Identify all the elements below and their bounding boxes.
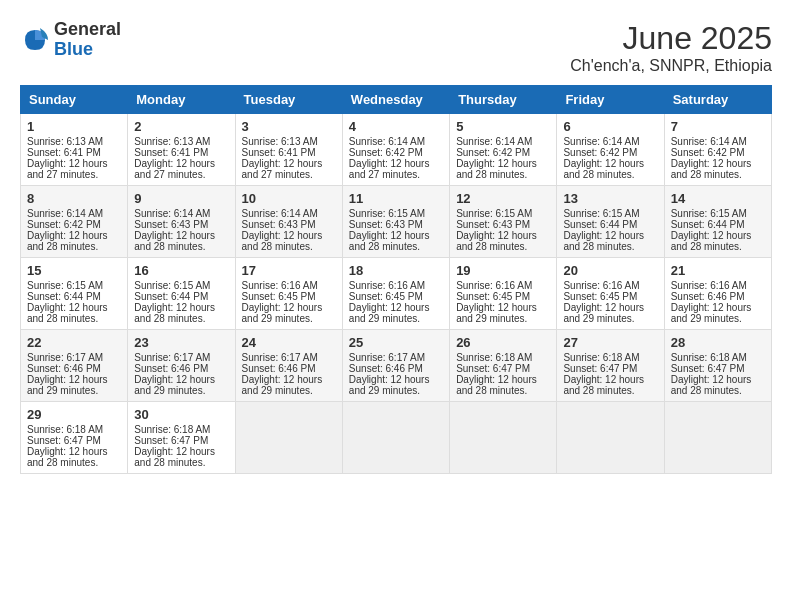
day-number: 9: [134, 191, 228, 206]
daylight-label: Daylight: 12 hours: [349, 374, 430, 385]
calendar-cell: 14 Sunrise: 6:15 AM Sunset: 6:44 PM Dayl…: [664, 186, 771, 258]
calendar-cell: [664, 402, 771, 474]
sunrise-label: Sunrise: 6:18 AM: [563, 352, 639, 363]
calendar-cell: 8 Sunrise: 6:14 AM Sunset: 6:42 PM Dayli…: [21, 186, 128, 258]
calendar-cell: 20 Sunrise: 6:16 AM Sunset: 6:45 PM Dayl…: [557, 258, 664, 330]
calendar-cell: 18 Sunrise: 6:16 AM Sunset: 6:45 PM Dayl…: [342, 258, 449, 330]
calendar-cell: 3 Sunrise: 6:13 AM Sunset: 6:41 PM Dayli…: [235, 114, 342, 186]
daylight-label: Daylight: 12 hours: [27, 374, 108, 385]
sunrise-label: Sunrise: 6:16 AM: [456, 280, 532, 291]
calendar-cell: 29 Sunrise: 6:18 AM Sunset: 6:47 PM Dayl…: [21, 402, 128, 474]
daylight-label: Daylight: 12 hours: [134, 302, 215, 313]
day-number: 1: [27, 119, 121, 134]
daylight-minutes: and 28 minutes.: [563, 241, 634, 252]
calendar-cell: 22 Sunrise: 6:17 AM Sunset: 6:46 PM Dayl…: [21, 330, 128, 402]
sunset-label: Sunset: 6:46 PM: [671, 291, 745, 302]
sunset-label: Sunset: 6:42 PM: [456, 147, 530, 158]
day-number: 12: [456, 191, 550, 206]
daylight-minutes: and 29 minutes.: [349, 313, 420, 324]
daylight-minutes: and 27 minutes.: [27, 169, 98, 180]
calendar-cell: 11 Sunrise: 6:15 AM Sunset: 6:43 PM Dayl…: [342, 186, 449, 258]
sunrise-label: Sunrise: 6:14 AM: [242, 208, 318, 219]
daylight-minutes: and 29 minutes.: [134, 385, 205, 396]
daylight-label: Daylight: 12 hours: [27, 158, 108, 169]
daylight-label: Daylight: 12 hours: [27, 230, 108, 241]
day-header-wednesday: Wednesday: [342, 86, 449, 114]
daylight-label: Daylight: 12 hours: [27, 446, 108, 457]
sunrise-label: Sunrise: 6:16 AM: [349, 280, 425, 291]
sunset-label: Sunset: 6:47 PM: [134, 435, 208, 446]
day-number: 26: [456, 335, 550, 350]
calendar-cell: 26 Sunrise: 6:18 AM Sunset: 6:47 PM Dayl…: [450, 330, 557, 402]
day-number: 8: [27, 191, 121, 206]
calendar-cell: 5 Sunrise: 6:14 AM Sunset: 6:42 PM Dayli…: [450, 114, 557, 186]
calendar-cell: 2 Sunrise: 6:13 AM Sunset: 6:41 PM Dayli…: [128, 114, 235, 186]
day-number: 19: [456, 263, 550, 278]
sunset-label: Sunset: 6:46 PM: [242, 363, 316, 374]
daylight-minutes: and 28 minutes.: [134, 241, 205, 252]
daylight-minutes: and 28 minutes.: [456, 385, 527, 396]
daylight-label: Daylight: 12 hours: [134, 230, 215, 241]
logo-text: General Blue: [54, 20, 121, 60]
sunrise-label: Sunrise: 6:17 AM: [349, 352, 425, 363]
daylight-label: Daylight: 12 hours: [456, 158, 537, 169]
daylight-minutes: and 28 minutes.: [134, 457, 205, 468]
sunset-label: Sunset: 6:42 PM: [671, 147, 745, 158]
day-number: 10: [242, 191, 336, 206]
daylight-minutes: and 28 minutes.: [671, 241, 742, 252]
logo-general: General: [54, 20, 121, 40]
calendar-cell: 21 Sunrise: 6:16 AM Sunset: 6:46 PM Dayl…: [664, 258, 771, 330]
day-number: 7: [671, 119, 765, 134]
sunrise-label: Sunrise: 6:14 AM: [456, 136, 532, 147]
daylight-minutes: and 29 minutes.: [456, 313, 527, 324]
calendar-cell: 25 Sunrise: 6:17 AM Sunset: 6:46 PM Dayl…: [342, 330, 449, 402]
daylight-label: Daylight: 12 hours: [563, 302, 644, 313]
sunset-label: Sunset: 6:44 PM: [671, 219, 745, 230]
daylight-minutes: and 28 minutes.: [563, 169, 634, 180]
day-number: 6: [563, 119, 657, 134]
calendar-cell: 28 Sunrise: 6:18 AM Sunset: 6:47 PM Dayl…: [664, 330, 771, 402]
daylight-minutes: and 29 minutes.: [563, 313, 634, 324]
daylight-label: Daylight: 12 hours: [349, 302, 430, 313]
sunset-label: Sunset: 6:47 PM: [671, 363, 745, 374]
day-number: 28: [671, 335, 765, 350]
day-number: 11: [349, 191, 443, 206]
sunrise-label: Sunrise: 6:14 AM: [134, 208, 210, 219]
daylight-label: Daylight: 12 hours: [671, 374, 752, 385]
sunrise-label: Sunrise: 6:14 AM: [27, 208, 103, 219]
calendar-week-row: 8 Sunrise: 6:14 AM Sunset: 6:42 PM Dayli…: [21, 186, 772, 258]
day-header-monday: Monday: [128, 86, 235, 114]
calendar-cell: 30 Sunrise: 6:18 AM Sunset: 6:47 PM Dayl…: [128, 402, 235, 474]
sunset-label: Sunset: 6:41 PM: [242, 147, 316, 158]
daylight-label: Daylight: 12 hours: [134, 446, 215, 457]
sunrise-label: Sunrise: 6:16 AM: [671, 280, 747, 291]
sunset-label: Sunset: 6:47 PM: [456, 363, 530, 374]
sunset-label: Sunset: 6:44 PM: [563, 219, 637, 230]
sunrise-label: Sunrise: 6:18 AM: [134, 424, 210, 435]
page-subtitle: Ch'ench'a, SNNPR, Ethiopia: [570, 57, 772, 75]
day-number: 27: [563, 335, 657, 350]
day-number: 13: [563, 191, 657, 206]
daylight-label: Daylight: 12 hours: [671, 230, 752, 241]
title-block: June 2025 Ch'ench'a, SNNPR, Ethiopia: [570, 20, 772, 75]
daylight-minutes: and 28 minutes.: [27, 457, 98, 468]
calendar-cell: 19 Sunrise: 6:16 AM Sunset: 6:45 PM Dayl…: [450, 258, 557, 330]
day-number: 18: [349, 263, 443, 278]
calendar-cell: 27 Sunrise: 6:18 AM Sunset: 6:47 PM Dayl…: [557, 330, 664, 402]
daylight-minutes: and 28 minutes.: [134, 313, 205, 324]
sunset-label: Sunset: 6:42 PM: [349, 147, 423, 158]
daylight-label: Daylight: 12 hours: [242, 158, 323, 169]
sunset-label: Sunset: 6:43 PM: [242, 219, 316, 230]
daylight-label: Daylight: 12 hours: [671, 158, 752, 169]
calendar-cell: 4 Sunrise: 6:14 AM Sunset: 6:42 PM Dayli…: [342, 114, 449, 186]
calendar-week-row: 15 Sunrise: 6:15 AM Sunset: 6:44 PM Dayl…: [21, 258, 772, 330]
sunrise-label: Sunrise: 6:18 AM: [27, 424, 103, 435]
daylight-label: Daylight: 12 hours: [349, 230, 430, 241]
sunset-label: Sunset: 6:43 PM: [456, 219, 530, 230]
calendar-week-row: 1 Sunrise: 6:13 AM Sunset: 6:41 PM Dayli…: [21, 114, 772, 186]
calendar-header-row: SundayMondayTuesdayWednesdayThursdayFrid…: [21, 86, 772, 114]
sunrise-label: Sunrise: 6:18 AM: [456, 352, 532, 363]
day-number: 15: [27, 263, 121, 278]
daylight-label: Daylight: 12 hours: [563, 230, 644, 241]
sunset-label: Sunset: 6:42 PM: [563, 147, 637, 158]
